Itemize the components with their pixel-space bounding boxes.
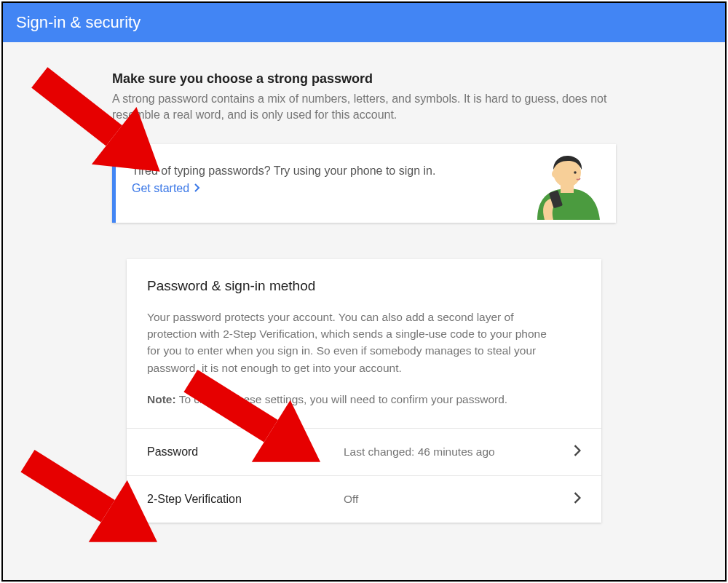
- signin-method-card: Password & sign-in method Your password …: [127, 259, 601, 523]
- get-started-label: Get started: [132, 182, 189, 195]
- phone-signin-promo-card: Tired of typing passwords? Try using you…: [112, 144, 616, 223]
- page-header: Sign-in & security: [3, 3, 725, 42]
- person-phone-illustration-icon: [515, 151, 603, 223]
- two-step-value: Off: [344, 493, 574, 506]
- svg-point-3: [574, 171, 577, 174]
- intro-title: Make sure you choose a strong password: [112, 71, 616, 87]
- intro-description: A strong password contains a mix of numb…: [112, 91, 616, 124]
- password-value: Last changed: 46 minutes ago: [344, 445, 574, 459]
- card-note: Note: To change these settings, you will…: [147, 391, 581, 408]
- password-label: Password: [147, 445, 344, 459]
- two-step-verification-row[interactable]: 2-Step Verification Off: [127, 475, 601, 523]
- svg-point-2: [552, 170, 558, 178]
- get-started-link[interactable]: Get started: [132, 182, 201, 195]
- content-area: Make sure you choose a strong password A…: [3, 42, 725, 523]
- card-description: Your password protects your account. You…: [147, 309, 555, 376]
- note-text: To change these settings, you will need …: [176, 393, 508, 405]
- password-row[interactable]: Password Last changed: 46 minutes ago: [127, 428, 601, 475]
- chevron-right-icon: [574, 492, 581, 507]
- chevron-right-icon: [574, 445, 581, 459]
- two-step-label: 2-Step Verification: [147, 493, 344, 506]
- note-label: Note:: [147, 393, 176, 405]
- chevron-right-icon: [194, 182, 201, 195]
- card-title: Password & sign-in method: [147, 278, 581, 294]
- page-title: Sign-in & security: [16, 13, 141, 31]
